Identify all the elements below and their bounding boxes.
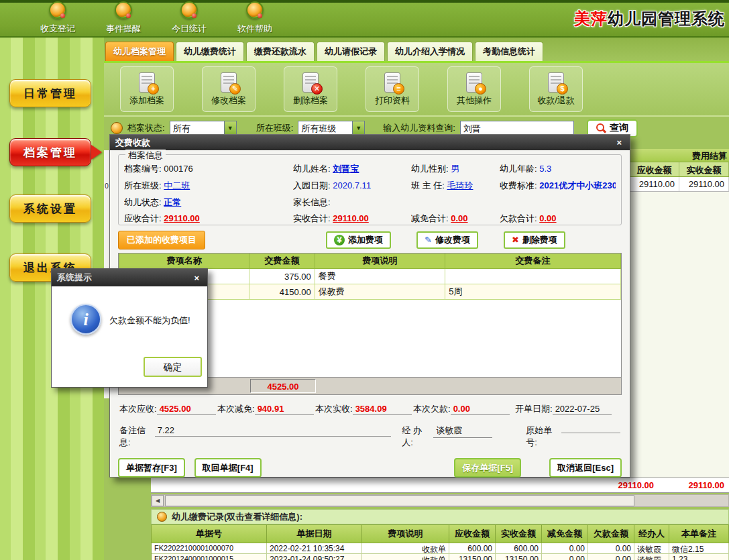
- fee-settlement-table: 费用结算 应收金额 实收金额 29110.00 29110.00: [629, 149, 729, 482]
- child-name-link[interactable]: 刘晋宝: [333, 164, 359, 174]
- status-label: 幼儿状态:: [124, 197, 162, 207]
- col-fee-name: 费项名称: [119, 254, 249, 269]
- status-select[interactable]: 所有 ▼: [170, 121, 237, 135]
- topbar-item-help[interactable]: 软件帮助: [233, 3, 276, 35]
- class-select[interactable]: 所有班级 ▼: [298, 121, 365, 135]
- due-label: 本次应收:: [119, 403, 157, 415]
- tab-leave-records[interactable]: 幼儿请假记录: [317, 42, 385, 61]
- received-sum-label: 实收合计:: [293, 213, 331, 223]
- fee-desc: 收款单: [362, 554, 449, 560]
- remark: 1.23: [669, 554, 729, 560]
- delete-fee-item-button[interactable]: ✖ 删除费项: [504, 231, 565, 249]
- horizontal-scrollbar[interactable]: ◀: [151, 494, 729, 507]
- topbar-item-events[interactable]: 事件提醒: [102, 3, 145, 35]
- col-received: 实收金额: [496, 524, 542, 543]
- orange-ball-icon: [111, 122, 123, 134]
- group-legend: 档案信息: [125, 150, 166, 162]
- fee-settlement-header: 费用结算: [630, 149, 729, 162]
- class-link[interactable]: 中二班: [164, 180, 190, 190]
- table-row[interactable]: FK22012400001000015 2022-01-24 09:50:27 …: [152, 554, 729, 560]
- collect-refund-icon: $: [548, 72, 564, 93]
- tab-referral-enrollment[interactable]: 幼儿介绍入学情况: [387, 42, 473, 61]
- parent-info-label: 家长信息:: [293, 197, 331, 207]
- original-no-field[interactable]: [561, 432, 620, 433]
- retrieve-receipt-button[interactable]: 取回单据[F4]: [194, 458, 262, 478]
- other-badge-icon: ●: [475, 83, 486, 95]
- discount-label: 本次减免:: [217, 403, 255, 415]
- other-operations-button[interactable]: ● 其他操作: [447, 66, 501, 112]
- col-discount: 减免金额: [542, 524, 588, 543]
- ok-button[interactable]: 确定: [144, 357, 202, 377]
- add-fee-item-button[interactable]: ¥ 添加费项: [326, 231, 391, 249]
- print-button[interactable]: ≡ 打印资料: [366, 66, 419, 112]
- archive-toolbar: + 添加档案 ✎ 修改档案 ✕ 删除档案 ≡ 打印资料 ● 其他操作: [104, 63, 729, 117]
- add-archive-button[interactable]: + 添加档案: [120, 66, 174, 112]
- system-message-dialog: 系统提示 × i 欠款金额不能为负值! 确定: [51, 268, 208, 388]
- topbar-item-income[interactable]: 收支登记: [36, 3, 79, 35]
- teacher-link[interactable]: 毛琦玲: [447, 180, 473, 190]
- temp-save-button[interactable]: 单据暂存[F3]: [118, 458, 185, 478]
- tab-payment-flow[interactable]: 缴费还款流水: [246, 42, 315, 61]
- received-value: 29110.00: [679, 177, 729, 191]
- receipt-no: FK22022100001000070: [152, 543, 267, 554]
- dialog-title: 交费收款: [115, 137, 150, 149]
- dialog-buttons-row: 单据暂存[F3] 取回单据[F4] 保存单据[F5] 取消返回[Esc]: [118, 458, 622, 478]
- operator-field[interactable]: 谈敏霞: [433, 425, 492, 438]
- col-fee-desc: 费项说明: [315, 254, 445, 269]
- save-receipt-button[interactable]: 保存单据[F5]: [454, 458, 521, 478]
- edit-archive-button[interactable]: ✎ 修改档案: [202, 66, 256, 112]
- fee-standard-label: 收费标准:: [500, 180, 537, 190]
- button-label: 收款/退款: [537, 95, 575, 107]
- close-icon[interactable]: ×: [614, 137, 624, 148]
- messagebox-titlebar[interactable]: 系统提示 ×: [52, 269, 207, 286]
- dialog-titlebar[interactable]: 交费收款 ×: [110, 135, 630, 150]
- close-icon[interactable]: ×: [191, 273, 202, 283]
- due-value: 4525.00: [157, 404, 216, 415]
- collect-refund-button[interactable]: $ 收款/退款: [529, 66, 583, 112]
- bill-date-field[interactable]: 2022-07-25: [553, 404, 612, 415]
- chevron-down-icon: ▼: [224, 121, 236, 135]
- tab-payment-stats[interactable]: 幼儿缴费统计: [176, 42, 244, 61]
- remark-field[interactable]: 7.22: [155, 425, 392, 437]
- edit-archive-icon: ✎: [221, 72, 237, 93]
- scrollbar-thumb[interactable]: [165, 495, 634, 506]
- top-toolbar-items: 收支登记 事件提醒 今日统计 软件帮助: [0, 3, 276, 35]
- discount-field[interactable]: 940.91: [255, 404, 314, 415]
- delete-badge-icon: ✕: [311, 83, 323, 95]
- paid-field[interactable]: 3584.09: [353, 404, 412, 415]
- teacher-label: 班 主 任:: [411, 180, 445, 190]
- topbar-item-today-stats[interactable]: 今日统计: [168, 3, 211, 35]
- sidebar-item-label: 系统设置: [23, 201, 77, 217]
- info-icon: i: [70, 304, 101, 335]
- edit-badge-icon: ✎: [229, 83, 241, 95]
- sidebar-item-daily[interactable]: 日常管理: [9, 79, 91, 107]
- edit-fee-item-button[interactable]: ✎ 修改费项: [416, 231, 478, 249]
- orange-ball-icon: [157, 512, 167, 522]
- cancel-return-button[interactable]: 取消返回[Esc]: [549, 458, 622, 478]
- arrears-field[interactable]: 0.00: [451, 404, 510, 415]
- gender-label: 幼儿性别:: [411, 164, 449, 174]
- sidebar-item-settings[interactable]: 系统设置: [9, 194, 91, 223]
- added-fee-items-tag: 已添加的收费项目: [118, 231, 205, 249]
- tab-attendance-stats[interactable]: 考勤信息统计: [475, 42, 543, 61]
- payment-records-header: 幼儿缴费记录(双击查看详细信息):: [151, 509, 729, 524]
- child-search-input[interactable]: 刘晋: [460, 121, 574, 135]
- delete-archive-button[interactable]: ✕ 删除档案: [284, 66, 337, 112]
- tab-child-archives[interactable]: 幼儿档案管理: [105, 42, 174, 61]
- app-title-rest: 幼儿园管理系统: [608, 9, 725, 27]
- fee-desc: 餐费: [315, 269, 445, 284]
- tab-bar: 幼儿档案管理 幼儿缴费统计 缴费还款流水 幼儿请假记录 幼儿介绍入学情况 考勤信…: [104, 38, 729, 63]
- scroll-left-arrow-icon[interactable]: ◀: [152, 495, 164, 506]
- sidebar-item-archives[interactable]: 档案管理: [9, 138, 91, 166]
- status-link[interactable]: 正常: [164, 197, 181, 207]
- col-operator: 经办人: [634, 524, 669, 543]
- operator: 谈敏霞: [634, 543, 669, 554]
- table-row[interactable]: FK22022100001000070 2022-02-21 10:35:34 …: [152, 543, 729, 554]
- age-label: 幼儿年龄:: [500, 164, 537, 174]
- button-label: 其他操作: [457, 95, 492, 107]
- payment-records-title: 幼儿缴费记录(双击查看详细信息):: [172, 511, 302, 523]
- button-label: 添加费项: [348, 234, 383, 246]
- arrears: 0.00: [588, 554, 634, 560]
- app-title-brand: 美萍: [574, 9, 608, 27]
- other-operations-icon: ●: [466, 72, 482, 93]
